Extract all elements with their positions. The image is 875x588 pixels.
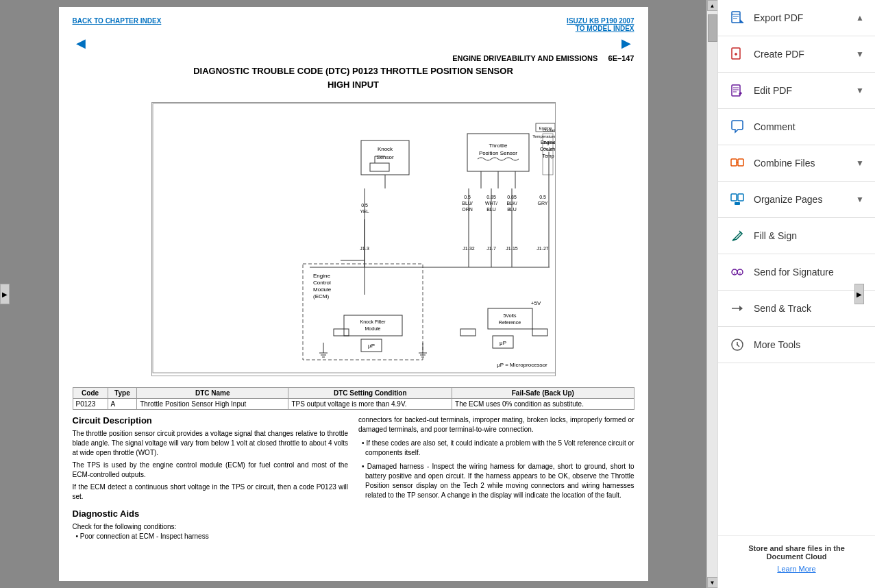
edit-pdf-label: Edit PDF xyxy=(754,85,848,96)
left-col: Circuit Description The throttle positio… xyxy=(73,415,349,544)
export-pdf-chevron: ▲ xyxy=(856,13,864,23)
svg-text:Knock: Knock xyxy=(377,146,393,152)
svg-text:BLU/: BLU/ xyxy=(462,201,473,206)
combine-files-item[interactable]: Combine Files ▼ xyxy=(718,145,875,181)
cell-condition: TPS output voltage is more than 4.9V. xyxy=(288,399,452,410)
send-track-icon xyxy=(729,300,745,317)
edit-pdf-item[interactable]: Edit PDF ▼ xyxy=(718,73,875,108)
organize-pages-chevron: ▼ xyxy=(856,195,864,204)
col-code: Code xyxy=(73,388,108,399)
main-title-line1: DIAGNOSTIC TROUBLE CODE (DTC) P0123 THRO… xyxy=(73,66,634,76)
svg-text:0.5: 0.5 xyxy=(539,195,546,199)
svg-text:Position Sensor: Position Sensor xyxy=(478,150,517,156)
svg-marker-105 xyxy=(739,306,743,311)
organize-pages-item[interactable]: Organize Pages ▼ xyxy=(718,182,875,217)
doc-title-section: ENGINE DRIVEABILITY AND EMISSIONS 6E–147… xyxy=(73,54,634,90)
svg-text:GRY: GRY xyxy=(537,201,547,206)
svg-text:0.5: 0.5 xyxy=(464,195,471,199)
diag-aids-title: Diagnostic Aids xyxy=(73,509,349,519)
svg-text:Sensor: Sensor xyxy=(543,140,556,145)
send-sig-icon: x x xyxy=(729,264,745,280)
comment-icon xyxy=(729,119,745,135)
organize-icon xyxy=(729,191,745,208)
combine-files-chevron: ▼ xyxy=(856,158,864,168)
fill-sign-item[interactable]: Fill & Sign xyxy=(718,218,875,254)
circuit-desc-para1: The throttle position sensor circuit pro… xyxy=(73,429,349,458)
col-failsafe: Fail-Safe (Back Up) xyxy=(452,388,634,399)
export-pdf-item[interactable]: Export PDF ▲ xyxy=(718,0,875,36)
cloud-section: Store and share files in theDocument Clo… xyxy=(718,535,875,581)
svg-point-109 xyxy=(737,344,738,345)
svg-text:Temp: Temp xyxy=(542,154,554,159)
model-index[interactable]: ISUZU KB P190 2007TO MODEL INDEX xyxy=(567,17,634,32)
right-panel: Export PDF ▲ Create PDF ▼ xyxy=(717,0,875,588)
send-track-item[interactable]: Send & Track xyxy=(718,291,875,326)
export-pdf-icon xyxy=(729,10,745,26)
circuit-diagram: Knock Sensor Throttle Position Sensor xyxy=(151,102,556,376)
scroll-track[interactable] xyxy=(707,11,717,577)
svg-text:Knock Filter: Knock Filter xyxy=(360,319,386,324)
svg-text:μP: μP xyxy=(368,343,375,349)
svg-rect-98 xyxy=(735,202,740,205)
table-row: P0123 A Throttle Position Sensor High In… xyxy=(73,399,634,410)
svg-rect-93 xyxy=(731,159,737,166)
send-signature-item[interactable]: x x Send for Signature xyxy=(718,254,875,290)
svg-text:μP = Microprocessor: μP = Microprocessor xyxy=(497,362,547,368)
right-col: connectors for backed-out terminals, imp… xyxy=(358,415,634,544)
cell-type: A xyxy=(108,399,137,410)
svg-text:Reference: Reference xyxy=(498,320,520,325)
combine-icon xyxy=(729,155,745,171)
svg-text:Throttle: Throttle xyxy=(489,143,508,149)
svg-text:μP: μP xyxy=(500,340,506,346)
right-panel-toggle[interactable]: ▶ xyxy=(854,284,864,304)
svg-rect-94 xyxy=(738,159,743,166)
prev-arrow[interactable]: ◀ xyxy=(76,36,86,51)
nav-arrows: ◀ ▶ xyxy=(73,36,634,51)
cloud-title: Store and share files in theDocument Clo… xyxy=(729,544,864,561)
combine-files-label: Combine Files xyxy=(754,158,848,169)
doc-page: BACK TO CHAPTER INDEX ISUZU KB P190 2007… xyxy=(59,7,648,581)
create-pdf-item[interactable]: Create PDF ▼ xyxy=(718,36,875,72)
svg-text:Coolant: Coolant xyxy=(542,128,555,132)
right-col-text1: connectors for backed-out terminals, imp… xyxy=(358,415,634,434)
organize-pages-label: Organize Pages xyxy=(754,194,848,205)
fill-sign-label: Fill & Sign xyxy=(754,230,864,241)
export-pdf-label: Export PDF xyxy=(754,12,848,23)
more-tools-label: More Tools xyxy=(754,339,864,350)
svg-text:Control: Control xyxy=(313,280,331,286)
circuit-desc-para3: If the ECM detect a continuous short vol… xyxy=(73,482,349,502)
svg-text:Engine: Engine xyxy=(313,273,330,279)
scrollbar[interactable]: ▲ ▼ xyxy=(706,0,717,588)
section-label: ENGINE DRIVEABILITY AND EMISSIONS 6E–147 xyxy=(452,54,634,62)
comment-item[interactable]: Comment xyxy=(718,109,875,145)
svg-rect-96 xyxy=(731,194,737,201)
diag-check: Check for the following conditions: xyxy=(73,522,349,532)
svg-text:J1-27: J1-27 xyxy=(537,246,549,251)
cell-failsafe: The ECM uses 0% condition as substitute. xyxy=(452,399,634,410)
comment-label: Comment xyxy=(754,121,864,132)
scroll-up-btn[interactable]: ▲ xyxy=(707,0,718,11)
back-to-chapter[interactable]: BACK TO CHAPTER INDEX xyxy=(73,17,162,32)
svg-text:Module: Module xyxy=(313,286,332,293)
next-arrow[interactable]: ▶ xyxy=(621,36,631,51)
fill-sign-icon xyxy=(729,228,745,244)
send-track-label: Send & Track xyxy=(754,303,864,314)
svg-text:ORN: ORN xyxy=(462,207,473,212)
left-panel-toggle[interactable]: ▶ xyxy=(0,284,10,304)
svg-rect-80 xyxy=(732,12,740,23)
svg-rect-97 xyxy=(738,194,743,201)
learn-more-link[interactable]: Learn More xyxy=(729,565,864,573)
edit-pdf-icon xyxy=(729,82,745,99)
more-tools-item[interactable]: More Tools xyxy=(718,327,875,363)
create-pdf-chevron: ▼ xyxy=(856,49,864,59)
doc-header: BACK TO CHAPTER INDEX ISUZU KB P190 2007… xyxy=(73,17,634,32)
svg-text:Temperature(ECT): Temperature(ECT) xyxy=(532,134,556,138)
scroll-thumb[interactable] xyxy=(708,14,717,42)
two-col-section: Circuit Description The throttle positio… xyxy=(73,415,634,544)
svg-rect-89 xyxy=(732,85,740,96)
col-name: DTC Name xyxy=(137,388,288,399)
col-condition: DTC Setting Condition xyxy=(288,388,452,399)
right-bullet2: • If these codes are also set, it could … xyxy=(358,439,634,458)
create-pdf-label: Create PDF xyxy=(754,49,848,60)
scroll-down-btn[interactable]: ▼ xyxy=(707,577,718,588)
